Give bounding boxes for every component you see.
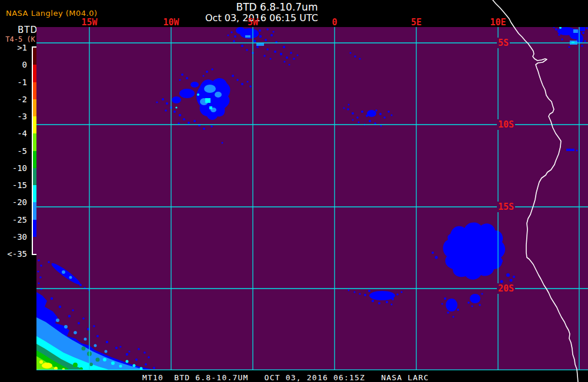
lon-label-10e: 10E bbox=[490, 17, 506, 28]
satellite-product-window: NASA Langley (M04.0) BTD 6.8-10.7um Oct … bbox=[0, 0, 588, 382]
lat-label-15s: 15S bbox=[497, 202, 515, 212]
lon-label-0: 0 bbox=[332, 17, 337, 28]
lon-label-15w: 15W bbox=[81, 17, 97, 28]
lon-label-5w: 5W bbox=[248, 17, 258, 28]
footer-status: MT10 BTD 6.8-10.7UM OCT 03, 2016 06:15Z … bbox=[142, 373, 429, 382]
lat-label-20s: 20S bbox=[497, 283, 515, 294]
lat-label-5s: 5S bbox=[497, 38, 510, 48]
satellite-map-image bbox=[0, 0, 588, 382]
lon-label-10w: 10W bbox=[163, 17, 179, 28]
lat-label-10s: 10S bbox=[497, 119, 515, 130]
map-background bbox=[36, 27, 588, 370]
lon-label-5e: 5E bbox=[411, 17, 422, 28]
cloud-core-topright bbox=[559, 26, 562, 29]
